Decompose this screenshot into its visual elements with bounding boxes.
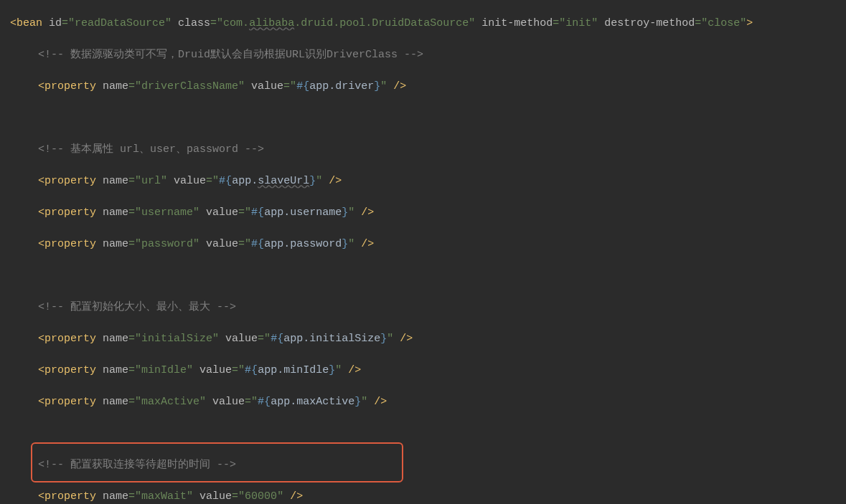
blank [0, 268, 846, 284]
code-block: <bean id="readDataSource" class="com.ali… [0, 0, 846, 504]
property-maxWait: <property name="maxWait" value="60000" /… [0, 489, 846, 504]
property-maxActive: <property name="maxActive" value="#{app.… [0, 394, 846, 410]
property-url: <property name="url" value="#{app.slaveU… [0, 173, 846, 189]
comment: <!-- 配置初始化大小、最小、最大 --> [0, 300, 846, 315]
comment: <!-- 配置获取连接等待超时的时间 --> [0, 457, 846, 473]
property-driverClassName: <property name="driverClassName" value="… [0, 79, 846, 95]
property-minIdle: <property name="minIdle" value="#{app.mi… [0, 363, 846, 379]
blank [0, 426, 846, 442]
property-username: <property name="username" value="#{app.u… [0, 205, 846, 221]
bean-open: <bean id="readDataSource" class="com.ali… [0, 16, 846, 32]
blank [0, 110, 846, 126]
property-password: <property name="password" value="#{app.p… [0, 237, 846, 252]
comment: <!-- 基本属性 url、user、password --> [0, 142, 846, 158]
comment: <!-- 数据源驱动类可不写，Druid默认会自动根据URL识别DriverCl… [0, 47, 846, 63]
property-initialSize: <property name="initialSize" value="#{ap… [0, 331, 846, 347]
